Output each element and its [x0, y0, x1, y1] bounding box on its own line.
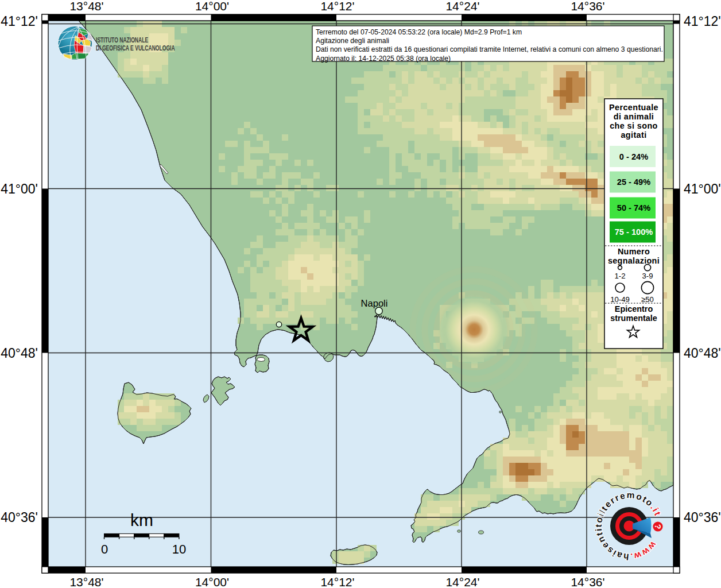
svg-text:41°00': 41°00' [684, 181, 721, 196]
svg-text:DI GEOFISICA E VULCANOLOGIA: DI GEOFISICA E VULCANOLOGIA [96, 44, 175, 52]
svg-text:14°24': 14°24' [445, 0, 479, 13]
svg-text:segnalazioni: segnalazioni [608, 256, 660, 265]
svg-text:0: 0 [101, 542, 108, 556]
svg-text:agitati: agitati [621, 130, 646, 140]
svg-text:13°48': 13°48' [69, 0, 103, 13]
svg-text:40°36': 40°36' [1, 510, 38, 525]
svg-text:14°00': 14°00' [195, 0, 229, 13]
svg-text:Terremoto del 07-05-2024 05:53: Terremoto del 07-05-2024 05:53:22 (ora l… [316, 28, 522, 36]
svg-text:Aggiornato il: 14-12-2025 05:3: Aggiornato il: 14-12-2025 05:38 (ora loc… [316, 55, 451, 63]
svg-text:ISTITUTO NAZIONALE: ISTITUTO NAZIONALE [96, 36, 148, 44]
svg-text:Epicentro: Epicentro [615, 304, 653, 314]
svg-text:13°48': 13°48' [69, 575, 103, 588]
svg-text:strumentale: strumentale [610, 314, 657, 323]
svg-text:che si sono: che si sono [610, 121, 658, 130]
svg-text:Percentuale: Percentuale [609, 103, 658, 112]
svg-text:10: 10 [172, 542, 186, 556]
svg-text:1-2: 1-2 [614, 272, 625, 280]
svg-text:75 - 100%: 75 - 100% [615, 227, 653, 237]
svg-text:41°00': 41°00' [1, 181, 38, 196]
svg-text:Napoli: Napoli [361, 298, 388, 308]
svg-text:14°24': 14°24' [445, 575, 479, 588]
svg-text:3-9: 3-9 [642, 272, 653, 280]
svg-text:41°12': 41°12' [1, 14, 38, 29]
svg-text:14°36': 14°36' [571, 575, 604, 588]
svg-text:Agitazione degli animali: Agitazione degli animali [316, 37, 389, 45]
svg-text:14°00': 14°00' [195, 575, 229, 588]
svg-text:Dati non verificati estratti d: Dati non verificati estratti da 16 quest… [316, 45, 663, 53]
svg-text:0 - 24%: 0 - 24% [619, 152, 648, 161]
svg-text:25 - 49%: 25 - 49% [617, 177, 650, 187]
svg-text:?: ? [653, 524, 663, 529]
svg-text:40°48': 40°48' [684, 346, 721, 361]
svg-text:50 - 74%: 50 - 74% [617, 203, 650, 212]
svg-text:km: km [130, 510, 153, 529]
svg-text:41°12': 41°12' [684, 14, 721, 29]
svg-text:40°48': 40°48' [1, 346, 38, 361]
svg-text:14°36': 14°36' [571, 0, 604, 13]
svg-text:14°12': 14°12' [320, 575, 354, 588]
svg-text:14°12': 14°12' [320, 0, 354, 13]
svg-text:40°36': 40°36' [684, 510, 721, 525]
svg-text:Numero: Numero [618, 247, 650, 256]
svg-text:di animali: di animali [614, 112, 654, 121]
svg-text:10-49: 10-49 [610, 295, 630, 304]
svg-text:≥50: ≥50 [641, 295, 654, 304]
